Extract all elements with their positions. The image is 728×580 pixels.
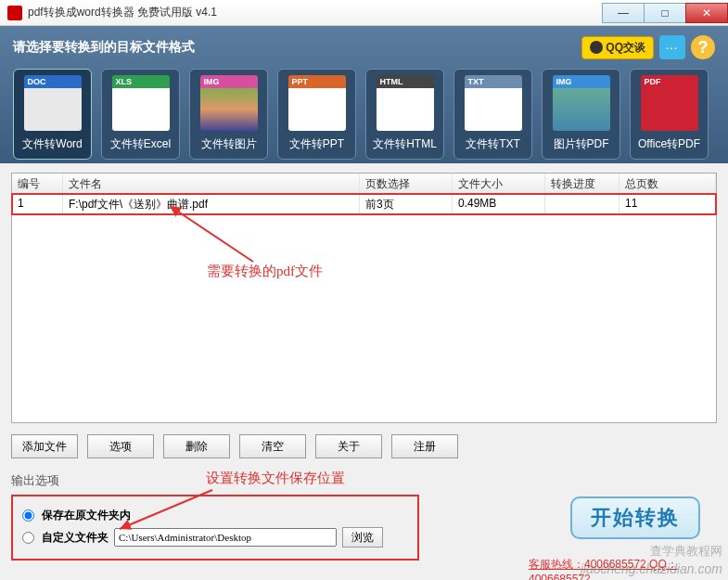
pdf-icon: PDF — [641, 75, 698, 131]
annotation-arrow-1 — [160, 201, 272, 266]
ppt-icon: PPT — [288, 75, 346, 131]
add-file-button[interactable]: 添加文件 — [11, 434, 78, 458]
table-header: 编号 文件名 页数选择 文件大小 转换进度 总页数 — [12, 174, 716, 194]
app-icon — [7, 6, 22, 20]
file-table: 编号 文件名 页数选择 文件大小 转换进度 总页数 1F:\pdf文件\《送别》… — [11, 173, 717, 423]
col-total: 总页数 — [619, 174, 716, 193]
clear-button[interactable]: 清空 — [239, 434, 306, 458]
format-tile-文件转Excel[interactable]: XLS文件转Excel — [101, 69, 180, 160]
radio-custom-label: 自定义文件夹 — [42, 530, 109, 546]
txt-icon: TXT — [465, 75, 522, 131]
img-icon: IMG — [553, 75, 610, 131]
action-buttons: 添加文件 选项 删除 清空 关于 注册 — [11, 434, 717, 458]
close-button[interactable]: ✕ — [685, 3, 728, 23]
svg-line-0 — [170, 206, 253, 262]
format-tile-图片转PDF[interactable]: IMG图片转PDF — [542, 69, 620, 160]
format-tile-Office转PDF[interactable]: PDFOffice转PDF — [630, 69, 709, 160]
register-button[interactable]: 注册 — [391, 434, 458, 458]
watermark-top: 查学典教程网 — [650, 543, 722, 560]
output-options-box: 保存在原文件夹内 自定义文件夹 浏览 — [11, 495, 419, 561]
qq-chat-button[interactable]: QQ交谈 — [581, 36, 654, 59]
doc-icon: DOC — [24, 75, 82, 131]
browse-button[interactable]: 浏览 — [342, 527, 383, 548]
radio-custom-input[interactable] — [22, 532, 34, 544]
annotation-arrow-2 — [115, 483, 217, 538]
svg-line-1 — [120, 490, 212, 529]
html-icon: HTML — [377, 75, 434, 131]
format-tile-文件转图片[interactable]: IMG文件转图片 — [189, 69, 268, 160]
col-name: 文件名 — [63, 174, 360, 193]
annotation-save: 设置转换文件保存位置 — [206, 470, 345, 487]
img-icon: IMG — [200, 75, 258, 131]
col-id: 编号 — [12, 174, 63, 193]
minimize-button[interactable]: — — [602, 3, 645, 23]
watermark-bottom: jiaocheng.chazidian.com — [581, 561, 722, 576]
delete-button[interactable]: 删除 — [163, 434, 230, 458]
window-controls: — □ ✕ — [603, 3, 728, 23]
format-tile-文件转HTML[interactable]: HTML文件转HTML — [365, 69, 444, 160]
col-progress: 转换进度 — [545, 174, 619, 193]
format-prompt: 请选择要转换到的目标文件格式 — [13, 39, 195, 56]
format-tile-文件转TXT[interactable]: TXT文件转TXT — [453, 69, 532, 160]
output-label: 输出选项 — [11, 473, 59, 487]
titlebar: pdf转换成word转换器 免费试用版 v4.1 — □ ✕ — [0, 0, 728, 26]
format-tile-文件转Word[interactable]: DOC文件转Word — [13, 69, 92, 160]
chat-icon[interactable] — [659, 35, 685, 59]
col-size: 文件大小 — [453, 174, 545, 193]
radio-original-input[interactable] — [22, 509, 34, 522]
table-row[interactable]: 1F:\pdf文件\《送别》曲谱.pdf前3页0.49MB11 — [12, 194, 716, 214]
options-button[interactable]: 选项 — [87, 434, 154, 458]
qq-icon — [590, 41, 603, 54]
about-button[interactable]: 关于 — [315, 434, 382, 458]
qq-label: QQ交谈 — [606, 40, 645, 56]
maximize-button[interactable]: □ — [644, 3, 686, 23]
format-toolbar: 请选择要转换到的目标文件格式 QQ交谈 ? DOC文件转WordXLS文件转Ex… — [0, 26, 728, 163]
format-tiles: DOC文件转WordXLS文件转ExcelIMG文件转图片PPT文件转PPTHT… — [13, 69, 715, 160]
start-convert-button[interactable]: 开始转换 — [570, 496, 700, 539]
help-icon[interactable]: ? — [691, 35, 715, 59]
annotation-file: 需要转换的pdf文件 — [207, 263, 323, 280]
xls-icon: XLS — [112, 75, 170, 131]
format-tile-文件转PPT[interactable]: PPT文件转PPT — [277, 69, 356, 160]
col-pages: 页数选择 — [360, 174, 453, 193]
window-title: pdf转换成word转换器 免费试用版 v4.1 — [28, 5, 217, 20]
